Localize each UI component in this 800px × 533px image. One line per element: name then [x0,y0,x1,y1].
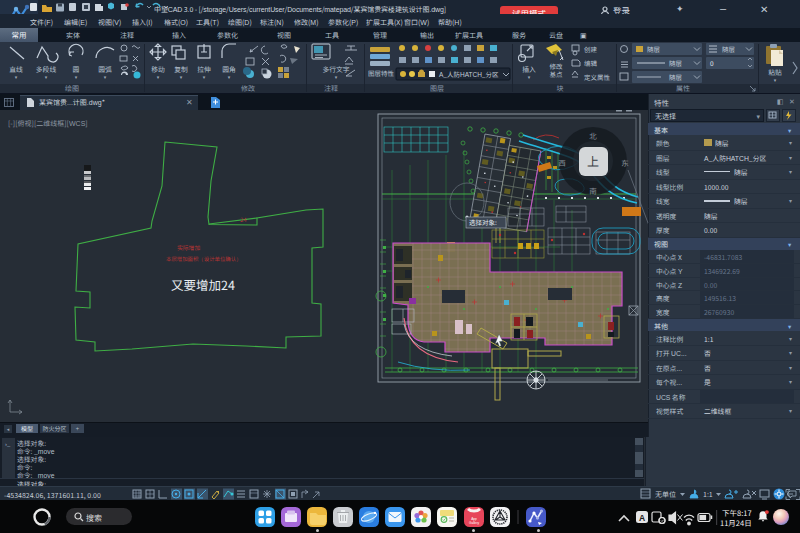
svg-text:▾: ▾ [45,73,48,80]
svg-text:图层: 图层 [430,83,444,93]
svg-text:▾: ▾ [157,73,160,80]
svg-text:绘图: 绘图 [65,83,79,93]
svg-text:东: 东 [621,159,629,168]
svg-text:随层: 随层 [669,72,683,82]
svg-text:▾: ▾ [774,76,777,83]
svg-text:实际增加: 实际增加 [177,243,200,252]
svg-text:▾: ▾ [15,73,18,80]
svg-text:▾: ▾ [528,73,531,80]
svg-text:随层: 随层 [722,44,736,54]
svg-text:24: 24 [240,215,247,224]
svg-text:选择对象:: 选择对象: [469,217,497,227]
svg-text:上: 上 [587,152,599,169]
svg-text:▾: ▾ [75,73,78,80]
svg-text:图层特性: 图层特性 [368,68,395,78]
svg-text:修改: 修改 [241,83,255,93]
svg-text:本层增加面积（设计单位确认）: 本层增加面积（设计单位确认） [166,255,241,263]
svg-text:A_人防HATCH_分区: A_人防HATCH_分区 [439,69,499,79]
svg-text:[-][俯视][二维线框][WCS]: [-][俯视][二维线框][WCS] [8,118,88,128]
svg-text:基点: 基点 [550,69,564,79]
svg-text:▾: ▾ [335,73,338,80]
svg-text:Gallery: Gallery [469,520,480,525]
svg-text:北: 北 [589,132,597,141]
svg-text:属性: 属性 [676,83,690,93]
svg-text:注释: 注释 [324,83,338,93]
svg-text:创建: 创建 [584,44,598,54]
svg-text:又要增加24: 又要增加24 [171,275,235,294]
svg-text:随层: 随层 [669,58,683,68]
svg-text:▾: ▾ [203,73,206,80]
svg-text:随层: 随层 [647,44,661,54]
svg-text:块: 块 [557,83,564,93]
svg-text:无单位: 无单位 [655,489,676,499]
svg-text:定义属性: 定义属性 [584,72,611,82]
svg-text:▾: ▾ [228,73,231,80]
svg-text:0: 0 [710,58,714,68]
svg-text:南: 南 [589,187,597,196]
svg-text:▾: ▾ [104,73,107,80]
svg-text:编辑: 编辑 [584,58,598,68]
svg-text:A: A [639,511,645,523]
svg-text:▾: ▾ [180,73,183,80]
svg-text:西: 西 [558,159,566,168]
svg-text:1:1: 1:1 [703,489,713,499]
